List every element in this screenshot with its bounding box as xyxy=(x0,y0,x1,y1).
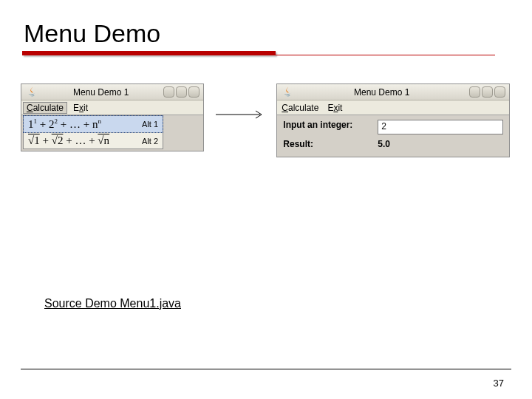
title-rule-thin xyxy=(22,55,495,55)
titlebar-right: Menu Demo 1 xyxy=(277,84,509,100)
formula-roots: √1 + √2 + … + √n xyxy=(28,134,109,147)
arrow-icon xyxy=(214,109,266,123)
menu-exit-right[interactable]: Exit xyxy=(327,103,342,113)
formula-powers: 11 + 22 + … + nn xyxy=(28,117,101,131)
menu-calculate-right[interactable]: Calculate xyxy=(282,103,318,113)
window-buttons-right xyxy=(469,86,505,98)
figures-row: Menu Demo 1 Calculate Exit 11 + 22 + … +… xyxy=(21,83,510,157)
java-cup-icon xyxy=(25,86,38,99)
result-value: 5.0 xyxy=(378,139,503,149)
window-title-right: Menu Demo 1 xyxy=(299,87,465,98)
window-buttons-left xyxy=(163,86,200,98)
footer-rule xyxy=(21,369,511,369)
close-icon[interactable] xyxy=(188,86,200,98)
slide-title: Menu Demo xyxy=(24,19,510,48)
menuitem-alt2[interactable]: √1 + √2 + … + √n Alt 2 xyxy=(24,132,163,149)
menu-exit-left[interactable]: Exit xyxy=(73,103,88,113)
accel-alt2: Alt 2 xyxy=(142,137,158,146)
window-body-right: Input an integer: 2 Result: 5.0 xyxy=(277,115,509,157)
accel-alt1: Alt 1 xyxy=(142,120,158,129)
close-icon[interactable] xyxy=(494,86,505,98)
page-number: 37 xyxy=(494,378,504,389)
result-label: Result: xyxy=(283,139,372,149)
java-cup-icon xyxy=(281,86,294,99)
window-right: Menu Demo 1 Calculate Exit Input an inte… xyxy=(276,83,510,157)
maximize-icon[interactable] xyxy=(176,86,187,98)
menu-calculate-left[interactable]: Calculate xyxy=(23,102,67,114)
minimize-icon[interactable] xyxy=(469,86,480,98)
integer-input[interactable]: 2 xyxy=(378,120,503,134)
input-label: Input an integer: xyxy=(283,120,372,134)
menuitem-alt1[interactable]: 11 + 22 + … + nn Alt 1 xyxy=(24,116,163,132)
menubar-right: Calculate Exit xyxy=(277,100,509,115)
source-link[interactable]: Source Demo Menu1.java xyxy=(44,297,181,310)
window-left: Menu Demo 1 Calculate Exit 11 + 22 + … +… xyxy=(21,83,204,151)
menubar-left: Calculate Exit xyxy=(21,100,203,115)
window-title-left: Menu Demo 1 xyxy=(43,87,159,98)
calculate-dropdown: 11 + 22 + … + nn Alt 1 √1 + √2 + … + √n … xyxy=(23,115,163,149)
titlebar-left: Menu Demo 1 xyxy=(21,84,203,100)
maximize-icon[interactable] xyxy=(482,86,493,98)
minimize-icon[interactable] xyxy=(163,86,174,98)
